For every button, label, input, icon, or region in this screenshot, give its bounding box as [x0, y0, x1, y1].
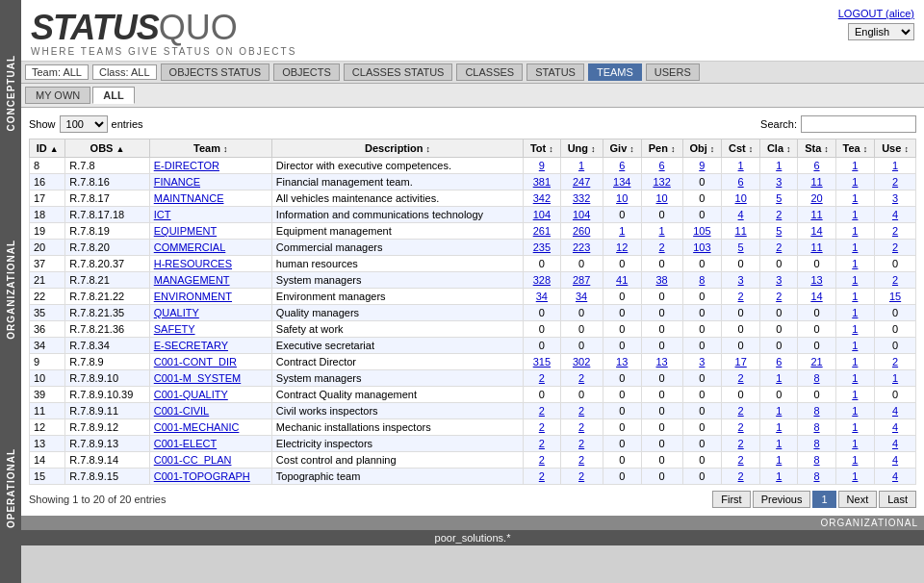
- tea-value[interactable]: 1: [852, 470, 858, 482]
- cla-value[interactable]: 5: [776, 225, 782, 237]
- use-value[interactable]: 4: [892, 454, 898, 466]
- cla-value[interactable]: 3: [776, 274, 782, 286]
- ung-value[interactable]: 260: [573, 225, 590, 237]
- tab-users[interactable]: USERS: [646, 63, 700, 81]
- use-value[interactable]: 2: [892, 176, 898, 188]
- use-value[interactable]: 3: [892, 192, 898, 204]
- tot-value[interactable]: 328: [533, 274, 551, 286]
- tot-value[interactable]: 2: [539, 372, 545, 384]
- col-sta[interactable]: Sta ↕: [798, 139, 835, 158]
- use-value[interactable]: 2: [892, 241, 898, 253]
- team-link[interactable]: QUALITY: [154, 307, 199, 318]
- tea-value[interactable]: 1: [852, 307, 858, 318]
- cst-value[interactable]: 1: [738, 160, 744, 171]
- tot-value[interactable]: 2: [539, 421, 545, 433]
- tea-value[interactable]: 1: [852, 454, 858, 466]
- tab-objects[interactable]: OBJECTS: [273, 63, 340, 81]
- cla-value[interactable]: 1: [776, 372, 782, 384]
- sta-value[interactable]: 14: [810, 225, 822, 237]
- cla-value[interactable]: 1: [776, 470, 782, 482]
- ung-value[interactable]: 2: [578, 421, 584, 433]
- cst-value[interactable]: 4: [738, 209, 744, 220]
- team-link[interactable]: EQUIPMENT: [154, 225, 217, 237]
- tea-value[interactable]: 1: [852, 438, 858, 449]
- use-value[interactable]: 2: [892, 274, 898, 286]
- sta-value[interactable]: 8: [813, 438, 819, 449]
- sub-tab-all[interactable]: ALL: [92, 87, 134, 104]
- obj-value[interactable]: 3: [699, 356, 705, 368]
- tea-value[interactable]: 1: [852, 421, 858, 433]
- cst-value[interactable]: 17: [735, 356, 747, 368]
- tea-value[interactable]: 1: [852, 258, 858, 269]
- cla-value[interactable]: 2: [776, 291, 782, 302]
- entries-select[interactable]: 10 25 50 100: [60, 115, 108, 133]
- tot-value[interactable]: 261: [533, 225, 551, 237]
- tea-value[interactable]: 1: [852, 291, 858, 302]
- tea-value[interactable]: 1: [852, 176, 858, 188]
- tot-value[interactable]: 342: [533, 192, 551, 204]
- giv-value[interactable]: 13: [616, 356, 628, 368]
- language-select[interactable]: English Français Español: [848, 23, 914, 40]
- use-value[interactable]: 4: [892, 209, 898, 220]
- tea-value[interactable]: 1: [852, 405, 858, 417]
- page-first[interactable]: First: [712, 491, 750, 508]
- cla-value[interactable]: 6: [776, 356, 782, 368]
- tea-value[interactable]: 1: [852, 340, 858, 351]
- use-value[interactable]: 15: [889, 291, 901, 302]
- obj-value[interactable]: 9: [699, 160, 705, 171]
- use-value[interactable]: 4: [892, 405, 898, 417]
- tea-value[interactable]: 1: [852, 389, 858, 400]
- team-link[interactable]: MAINTNANCE: [154, 192, 224, 204]
- giv-value[interactable]: 134: [613, 176, 630, 188]
- use-value[interactable]: 2: [892, 356, 898, 368]
- cla-value[interactable]: 1: [776, 421, 782, 433]
- cst-value[interactable]: 2: [738, 291, 744, 302]
- cla-value[interactable]: 3: [776, 176, 782, 188]
- team-link[interactable]: C001-TOPOGRAPH: [154, 470, 250, 482]
- page-next[interactable]: Next: [838, 491, 878, 508]
- tea-value[interactable]: 1: [852, 225, 858, 237]
- cla-value[interactable]: 1: [776, 454, 782, 466]
- sta-value[interactable]: 11: [810, 176, 822, 188]
- sta-value[interactable]: 6: [813, 160, 819, 171]
- use-value[interactable]: 1: [892, 372, 898, 384]
- cst-value[interactable]: 3: [738, 274, 744, 286]
- search-input[interactable]: [801, 115, 916, 133]
- sta-value[interactable]: 8: [813, 454, 819, 466]
- tot-value[interactable]: 2: [539, 438, 545, 449]
- cst-value[interactable]: 2: [738, 372, 744, 384]
- team-link[interactable]: E-SECRETARY: [154, 340, 228, 351]
- tea-value[interactable]: 1: [852, 356, 858, 368]
- team-link[interactable]: C001-M_SYSTEM: [154, 372, 241, 384]
- cla-value[interactable]: 5: [776, 192, 782, 204]
- col-id[interactable]: ID ▲: [30, 139, 65, 158]
- tot-value[interactable]: 2: [539, 405, 545, 417]
- pen-value[interactable]: 1: [659, 225, 665, 237]
- giv-value[interactable]: 10: [616, 192, 628, 204]
- use-value[interactable]: 4: [892, 438, 898, 449]
- col-obj[interactable]: Obj ↕: [682, 139, 722, 158]
- col-ung[interactable]: Ung ↕: [560, 139, 603, 158]
- col-cla[interactable]: Cla ↕: [760, 139, 798, 158]
- pen-value[interactable]: 13: [655, 356, 667, 368]
- ung-value[interactable]: 34: [576, 291, 587, 302]
- sta-value[interactable]: 8: [813, 372, 819, 384]
- giv-value[interactable]: 6: [619, 160, 625, 171]
- use-value[interactable]: 1: [892, 160, 898, 171]
- col-obs[interactable]: OBS ▲: [65, 139, 149, 158]
- tot-value[interactable]: 381: [533, 176, 551, 188]
- sta-value[interactable]: 8: [813, 405, 819, 417]
- cst-value[interactable]: 2: [738, 454, 744, 466]
- tot-value[interactable]: 9: [539, 160, 545, 171]
- tea-value[interactable]: 1: [852, 372, 858, 384]
- col-use[interactable]: Use ↕: [875, 139, 916, 158]
- use-value[interactable]: 2: [892, 225, 898, 237]
- cst-value[interactable]: 2: [738, 421, 744, 433]
- ung-value[interactable]: 2: [578, 372, 584, 384]
- sta-value[interactable]: 13: [810, 274, 822, 286]
- cst-value[interactable]: 2: [738, 438, 744, 449]
- tab-classes-status[interactable]: CLASSES STATUS: [344, 63, 453, 81]
- tab-teams[interactable]: TEAMS: [588, 63, 642, 81]
- cst-value[interactable]: 2: [738, 470, 744, 482]
- col-pen[interactable]: Pen ↕: [641, 139, 682, 158]
